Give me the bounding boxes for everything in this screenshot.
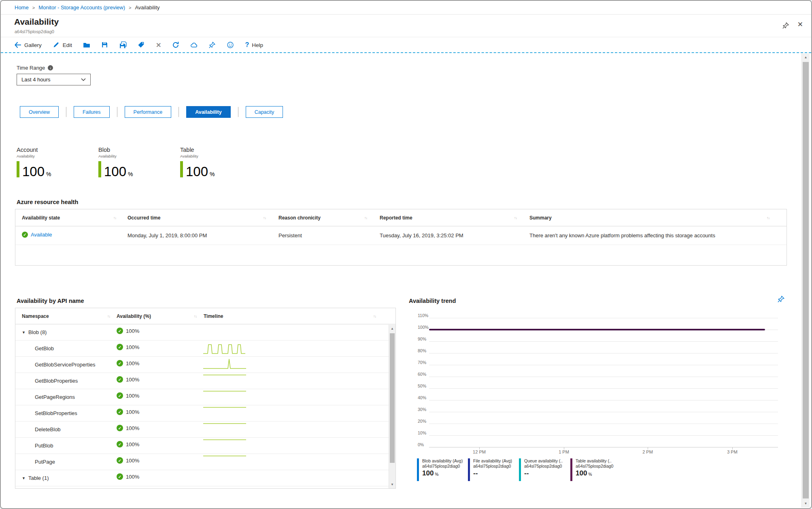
sort-icon[interactable]: ↑↓ [107,314,110,318]
scroll-down-icon[interactable]: ▼ [389,481,395,488]
info-icon[interactable]: i [48,65,53,70]
page-header: Availability a64sl75plosp2diag0 ✕ [1,15,811,37]
workbook-tabs: Overview Failures Performance Availabili… [20,106,283,118]
sort-icon[interactable]: ↑↓ [113,216,116,220]
tab-capacity[interactable]: Capacity [246,106,283,118]
breadcrumb-home-link[interactable]: Home [15,4,29,11]
breadcrumb-monitor-link[interactable]: Monitor - Storage Accounts (preview) [38,4,125,11]
occurred-time-cell: Monday, July 1, 2019, 8:00:00 PM [128,232,207,239]
col-reason-chronicity[interactable]: Reason chronicity [278,215,321,221]
gridline [429,424,778,424]
edit-pencil-icon [53,41,60,49]
auto-refresh-button[interactable] [190,41,198,49]
tab-divider [238,107,238,117]
back-arrow-icon [14,41,21,49]
reported-time-cell: Tuesday, July 16, 2019, 3:25:02 PM [380,232,463,239]
page-scrollbar[interactable]: ▲ ▼ [801,53,810,507]
tile-green-bar [17,161,19,177]
timeline-sparkline [202,422,247,437]
sort-icon[interactable]: ↑↓ [373,314,376,318]
save-as-button[interactable] [119,41,127,49]
legend-table-availability: Table availability (.. a64sl75plosp2diag… [570,458,620,481]
sort-icon[interactable]: ↑↓ [263,216,266,220]
refresh-button[interactable] [172,41,179,49]
save-button[interactable] [101,41,108,49]
time-range-label: Time Range [17,65,45,71]
tile-value: 100 [104,166,126,177]
pin-icon [208,41,216,49]
check-icon: ✓ [117,328,123,334]
help-button[interactable]: ? Help [245,41,263,49]
discard-button[interactable]: ✕ [156,41,161,49]
available-link[interactable]: Available [31,232,52,238]
availability-cell: 100% [126,360,139,366]
timeline-sparkline [202,341,247,356]
open-button[interactable] [83,41,90,49]
sort-icon[interactable]: ↑↓ [514,216,517,220]
scroll-up-icon[interactable]: ▲ [389,325,395,332]
col-timeline[interactable]: Timeline [204,313,223,319]
legend-resource: a64sl75plosp2diag0 [524,464,568,469]
namespace-cell: PutBlob [35,443,53,449]
y-tick-70: 70% [418,360,426,365]
y-tick-60: 60% [418,372,426,377]
y-tick-90: 90% [418,336,426,341]
tile-metric: Availability [180,154,262,158]
tile-name: Account [17,147,98,153]
pin-workbook-button[interactable] [208,41,216,49]
close-icon[interactable]: ✕ [797,20,803,29]
summary-cell: There aren't any known Azure platform pr… [529,232,715,239]
namespace-cell: GetBlobProperties [35,378,78,384]
trend-title: Availability trend [409,298,456,304]
tag-button[interactable] [138,41,145,49]
time-range-select[interactable]: Last 4 hours [17,74,91,85]
timeline-sparkline [202,390,247,405]
edit-button[interactable]: Edit [53,41,72,49]
tab-overview[interactable]: Overview [20,106,59,118]
availability-cell: 100% [126,425,139,431]
sort-icon[interactable]: ↑↓ [767,216,769,220]
collapse-icon[interactable]: ▼ [22,476,26,480]
check-icon: ✓ [117,376,123,383]
tab-availability[interactable]: Availability [186,106,231,118]
check-icon: ✓ [117,441,123,447]
pin-chart-icon[interactable] [777,295,785,303]
tile-green-bar [180,161,183,177]
scroll-up-icon[interactable]: ▲ [802,53,810,61]
collapse-icon[interactable]: ▼ [22,330,26,334]
legend-value: 100 [422,470,434,477]
tab-divider [66,107,66,117]
tile-unit: % [128,171,133,177]
availability-cell: 100% [126,344,139,350]
y-tick-40: 40% [418,395,426,400]
col-namespace[interactable]: Namespace [22,313,49,319]
namespace-cell: DeleteBlob [35,426,61,432]
tab-failures[interactable]: Failures [74,106,109,118]
pin-blade-icon[interactable] [782,22,789,29]
timeline-sparkline [202,454,247,470]
gallery-button[interactable]: Gallery [14,41,42,49]
scrollbar-thumb[interactable] [803,62,809,498]
col-summary[interactable]: Summary [529,215,552,221]
y-tick-20: 20% [418,419,426,424]
col-availability-state[interactable]: Availability state [22,215,60,221]
sort-icon[interactable]: ↑↓ [194,314,197,318]
namespace-cell: Blob (8) [28,329,47,335]
scroll-down-icon[interactable]: ▼ [802,500,810,507]
sort-icon[interactable]: ↑↓ [364,216,367,220]
table-scrollbar[interactable]: ▲ ▼ [389,325,395,488]
timeline-sparkline [202,373,247,389]
availability-cell: 100% [126,377,139,383]
table-row-deleteblob: DeleteBlob ✓100% [15,422,395,438]
feedback-button[interactable] [227,41,234,49]
legend-value: -- [473,470,478,477]
resource-health-title: Azure resource health [17,199,78,205]
col-availability-pct[interactable]: Availability (%) [117,313,151,319]
col-occurred-time[interactable]: Occurred time [128,215,160,221]
tab-performance[interactable]: Performance [125,106,172,118]
check-icon: ✓ [117,360,123,366]
table-row-setblobproperties: SetBlobProperties ✓100% [15,405,395,422]
scrollbar-thumb[interactable] [390,333,395,463]
col-reported-time[interactable]: Reported time [380,215,412,221]
x-axis-line [429,447,778,447]
